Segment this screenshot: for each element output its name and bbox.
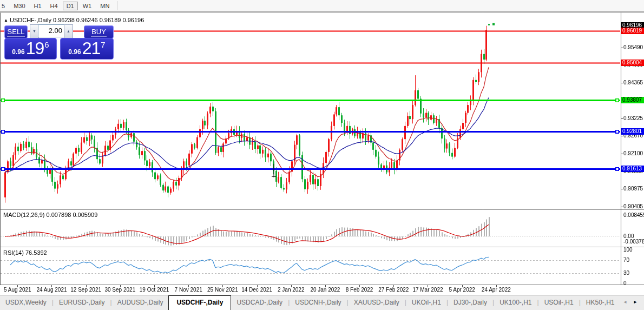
date-label: 25 Nov 2021 <box>203 287 241 293</box>
tab-eurusd-daily[interactable]: EURUSD-,Daily <box>54 296 110 308</box>
trading-terminal-window: { "toolbar": { "timeframes": ["5", "M30"… <box>0 0 644 310</box>
price-tick-0.95490: 0.95490 <box>623 44 643 50</box>
tab-ukoil-h1[interactable]: UKOil-,H1 <box>406 296 446 308</box>
date-label: 14 Dec 2021 <box>238 287 276 293</box>
price-tick-0.90975: 0.90975 <box>623 186 643 192</box>
sell-price-display[interactable]: 0.96 19 6 <box>4 38 57 60</box>
buy-price-display[interactable]: 0.96 21 7 <box>60 38 114 60</box>
sell-price-prefix: 0.96 <box>12 48 24 56</box>
price-badge-0.96019: 0.96019 <box>621 28 644 34</box>
date-axis[interactable]: 5 Aug 202124 Aug 202112 Sep 202130 Sep 2… <box>0 287 621 294</box>
date-label: 20 Jan 2022 <box>306 287 344 293</box>
tab-scroll-left-icon[interactable]: ◂ <box>620 299 630 305</box>
date-label: 2 Jan 2022 <box>272 287 310 293</box>
date-label: 24 Aug 2021 <box>32 287 70 293</box>
one-click-trade-panel: SELL ▼ 2.00 ▲ BUY 0.96 19 6 0.96 21 7 <box>4 23 113 58</box>
macd-values: 0.007898 0.005909 <box>46 212 97 218</box>
rsi-axis-100: 100 <box>623 247 633 253</box>
tab-dj30-daily[interactable]: DJ30-,Daily <box>448 296 492 308</box>
rsi-axis-70: 70 <box>623 257 629 263</box>
tab-scroll-arrows: ◂▸ <box>620 295 640 307</box>
rsi-value: 76.5392 <box>25 249 47 256</box>
tab-usdcad-daily[interactable]: USDCAD-,Daily <box>231 296 288 308</box>
timeframe-button-d1[interactable]: D1 <box>63 2 78 10</box>
sell-button[interactable]: SELL <box>4 25 28 38</box>
rsi-label: RSI(14) 76.5392 <box>3 249 47 256</box>
rsi-axis-0: 0 <box>623 280 627 286</box>
macd-label: MACD(12,26,9) 0.007898 0.005909 <box>3 212 97 218</box>
timeframe-button-w1[interactable]: W1 <box>79 2 96 10</box>
collapse-arrow-icon[interactable]: ▲ <box>4 18 8 23</box>
date-label: 5 Apr 2022 <box>443 287 481 293</box>
timeframe-button-h1[interactable]: H1 <box>30 2 45 10</box>
tab-xauusd-daily[interactable]: XAUUSD-,Daily <box>349 296 405 308</box>
buy-price-prefix: 0.96 <box>68 48 81 56</box>
tab-usdchf-daily[interactable]: USDCHF-,Daily <box>168 295 231 310</box>
buy-price-pip: 7 <box>101 40 105 49</box>
price-badge-0.95004: 0.95004 <box>621 60 644 66</box>
rsi-axis-30: 30 <box>623 270 629 276</box>
sell-price-pip: 6 <box>44 40 49 49</box>
price-tick-0.93225: 0.93225 <box>623 115 643 121</box>
date-label: 5 Aug 2021 <box>0 287 36 293</box>
timeframe-button-5[interactable]: 5 <box>0 2 9 10</box>
price-badge-0.92801: 0.92801 <box>621 128 644 135</box>
date-label: 30 Sep 2021 <box>101 287 139 293</box>
timeframe-button-mn[interactable]: MN <box>96 2 113 10</box>
tab-hk50-h1[interactable]: HK50-,H1 <box>581 296 620 308</box>
price-tick-0.92100: 0.92100 <box>623 150 643 156</box>
date-label: 27 Feb 2022 <box>374 287 412 293</box>
buy-button[interactable]: BUY <box>84 25 114 38</box>
date-label: 7 Nov 2021 <box>169 287 207 293</box>
price-tick-0.90405: 0.90405 <box>623 203 643 209</box>
timeframe-toolbar: 5M30H1H4D1W1MN <box>0 0 644 12</box>
timeframe-button-m30[interactable]: M30 <box>10 2 29 10</box>
tab-usdcnh-daily[interactable]: USDCNH-,Daily <box>290 296 346 308</box>
date-label: 8 Feb 2022 <box>340 287 378 293</box>
tab-usdx-weekly[interactable]: USDX,Weekly <box>0 296 52 308</box>
price-badge-0.93807: 0.93807 <box>621 97 644 103</box>
macd-axis-0.008455: 0.008455 <box>623 212 644 218</box>
tab-uk100-h1[interactable]: UK100-,H1 <box>494 296 537 308</box>
price-axis[interactable]: 0.954900.949350.943650.932250.926700.921… <box>621 12 644 285</box>
tab-audusd-daily[interactable]: AUDUSD-,Daily <box>112 296 169 308</box>
chart-tab-bar: USDX,Weekly|EURUSD-,Daily|AUDUSD-,DailyU… <box>0 295 644 310</box>
sell-price-big: 19 <box>26 38 44 58</box>
volume-increase-button[interactable]: ▲ <box>64 24 73 38</box>
date-label: 19 Oct 2021 <box>135 287 173 293</box>
buy-price-big: 21 <box>82 38 101 58</box>
volume-input[interactable]: 2.00 <box>38 24 64 37</box>
price-badge-0.91613: 0.91613 <box>621 166 644 172</box>
tab-scroll-right-icon[interactable]: ▸ <box>630 299 641 305</box>
timeframe-button-h4[interactable]: H4 <box>47 2 62 10</box>
toolbar-separator <box>117 1 117 10</box>
macd-axis--0.003783: -0.003783 <box>623 239 644 245</box>
date-label: 24 Apr 2022 <box>477 287 515 293</box>
date-label: 12 Sep 2021 <box>67 287 105 293</box>
tab-usoil-h1[interactable]: USOil-,H1 <box>539 296 579 308</box>
date-label: 17 Mar 2022 <box>409 287 446 293</box>
price-tick-0.94365: 0.94365 <box>623 80 643 85</box>
